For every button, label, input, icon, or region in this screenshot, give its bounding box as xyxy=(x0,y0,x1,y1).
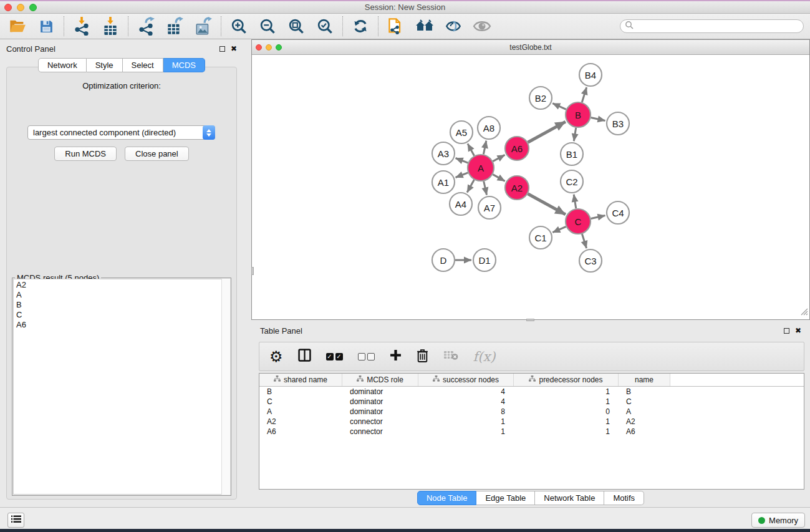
result-item[interactable]: B xyxy=(14,299,229,309)
table-row[interactable]: Adominator80A xyxy=(259,407,804,417)
node-A4[interactable]: A4 xyxy=(450,193,472,215)
cell-shared-name[interactable]: C xyxy=(259,397,342,407)
memory-button[interactable]: Memory xyxy=(751,513,805,528)
node-A3[interactable]: A3 xyxy=(432,142,455,165)
cell-shared-name[interactable]: B xyxy=(259,387,342,397)
show-columns-button[interactable] xyxy=(298,349,311,364)
export-image-button[interactable] xyxy=(194,17,213,36)
node-C2[interactable]: C2 xyxy=(561,170,583,193)
cell-predecessor-nodes[interactable]: 1 xyxy=(514,397,619,407)
search-field[interactable] xyxy=(620,19,804,33)
cell-MCDS-role[interactable]: connector xyxy=(342,417,418,427)
panel-collapse-grip[interactable] xyxy=(251,267,254,275)
table-row[interactable]: Cdominator41C xyxy=(259,397,804,407)
close-panel-icon[interactable]: ✖ xyxy=(231,45,237,52)
tab-network[interactable]: Network xyxy=(38,58,87,72)
edge-A-A3[interactable] xyxy=(456,158,468,163)
tab-motifs[interactable]: Motifs xyxy=(604,491,644,505)
resize-grip-icon[interactable] xyxy=(800,307,808,318)
cell-MCDS-role[interactable]: connector xyxy=(342,427,418,437)
cell-shared-name[interactable]: A6 xyxy=(259,427,342,437)
cell-MCDS-role[interactable]: dominator xyxy=(342,387,418,397)
cell-name[interactable]: A xyxy=(619,407,670,417)
cell-successor-nodes[interactable]: 8 xyxy=(418,407,514,417)
table-settings-button[interactable]: ⚙ xyxy=(269,349,283,364)
zoom-selected-button[interactable] xyxy=(316,17,334,36)
node-D1[interactable]: D1 xyxy=(473,249,496,271)
result-item[interactable]: A6 xyxy=(14,319,229,329)
select-all-columns-button[interactable]: ✓✓ xyxy=(326,353,343,360)
column-header-predecessor-nodes[interactable]: predecessor nodes xyxy=(514,374,619,386)
search-input[interactable] xyxy=(636,22,803,31)
node-A1[interactable]: A1 xyxy=(432,171,455,193)
float-panel-icon[interactable] xyxy=(219,46,225,52)
edge-A-A5[interactable] xyxy=(468,143,475,155)
tab-edge-table[interactable]: Edge Table xyxy=(476,491,535,505)
node-A8[interactable]: A8 xyxy=(478,117,500,139)
column-header-name[interactable]: name xyxy=(619,374,670,386)
session-document-button[interactable] xyxy=(387,17,405,36)
network-graph[interactable]: B4B2BB3A8A5A6B1A3AA1C2A2A4A7C4CC1C3DD1 xyxy=(252,55,809,319)
cell-successor-nodes[interactable]: 4 xyxy=(418,387,514,397)
result-scrollbar[interactable] xyxy=(221,279,230,495)
criterion-dropdown[interactable]: largest connected component (directed) xyxy=(27,125,215,140)
edge-A-A7[interactable] xyxy=(484,181,487,195)
zoom-out-button[interactable] xyxy=(258,17,277,36)
edge-B-B1[interactable] xyxy=(574,128,576,142)
column-header-shared-name[interactable]: shared name xyxy=(259,374,342,386)
network-canvas[interactable]: B4B2BB3A8A5A6B1A3AA1C2A2A4A7C4CC1C3DD1 xyxy=(252,55,809,319)
node-C3[interactable]: C3 xyxy=(579,249,602,272)
float-table-panel-icon[interactable] xyxy=(784,328,789,334)
cell-MCDS-role[interactable]: dominator xyxy=(342,407,418,417)
result-item[interactable]: A2 xyxy=(14,279,229,289)
edge-A-A1[interactable] xyxy=(456,173,468,178)
panel-selector-button[interactable] xyxy=(7,513,24,528)
node-B[interactable]: B xyxy=(566,102,591,127)
node-B1[interactable]: B1 xyxy=(561,143,583,165)
zoom-in-button[interactable] xyxy=(229,17,248,36)
tab-mcds[interactable]: MCDS xyxy=(163,58,205,72)
node-A6[interactable]: A6 xyxy=(505,137,529,160)
edge-A2-C[interactable] xyxy=(528,194,566,215)
refresh-button[interactable] xyxy=(351,17,370,36)
edge-B-B3[interactable] xyxy=(591,118,605,121)
tab-style[interactable]: Style xyxy=(87,58,123,72)
cell-shared-name[interactable]: A2 xyxy=(259,417,342,427)
network-window-titlebar[interactable]: testGlobe.txt xyxy=(252,40,809,55)
export-network-button[interactable] xyxy=(137,17,155,36)
import-table-button[interactable] xyxy=(101,17,120,36)
node-B4[interactable]: B4 xyxy=(579,64,602,86)
cell-predecessor-nodes[interactable]: 1 xyxy=(514,427,619,437)
edge-A6-B[interactable] xyxy=(528,122,566,142)
deselect-all-columns-button[interactable] xyxy=(358,353,375,360)
close-table-panel-icon[interactable]: ✖ xyxy=(795,327,801,334)
cell-successor-nodes[interactable]: 1 xyxy=(418,427,514,437)
node-B3[interactable]: B3 xyxy=(607,112,629,135)
node-A5[interactable]: A5 xyxy=(450,121,473,143)
edge-A-A6[interactable] xyxy=(493,155,504,161)
edge-C-C1[interactable] xyxy=(552,226,566,232)
cell-shared-name[interactable]: A xyxy=(259,407,342,417)
delete-column-button[interactable] xyxy=(417,349,428,365)
table-row[interactable]: Bdominator41B xyxy=(259,387,804,397)
edge-A-A8[interactable] xyxy=(483,141,486,155)
cell-name[interactable]: C xyxy=(619,397,670,407)
edge-C-C2[interactable] xyxy=(574,195,576,209)
node-C[interactable]: C xyxy=(566,209,591,234)
cell-successor-nodes[interactable]: 1 xyxy=(418,417,514,427)
mcds-result-list[interactable]: A2ABCA6 xyxy=(13,279,230,495)
function-builder-button[interactable]: f(x) xyxy=(473,349,496,364)
open-file-button[interactable] xyxy=(8,17,27,36)
edge-A-A4[interactable] xyxy=(467,180,474,192)
node-C1[interactable]: C1 xyxy=(529,226,552,249)
cell-predecessor-nodes[interactable]: 0 xyxy=(514,407,619,417)
node-A[interactable]: A xyxy=(468,155,494,181)
zoom-fit-button[interactable] xyxy=(287,17,306,36)
edge-A-A2[interactable] xyxy=(493,175,504,181)
create-column-button[interactable] xyxy=(390,349,402,364)
cell-successor-nodes[interactable]: 4 xyxy=(418,397,514,407)
column-header-successor-nodes[interactable]: successor nodes xyxy=(418,374,514,386)
show-details-button[interactable] xyxy=(473,17,491,36)
delete-table-button[interactable] xyxy=(443,350,458,363)
save-session-button[interactable] xyxy=(37,17,55,36)
